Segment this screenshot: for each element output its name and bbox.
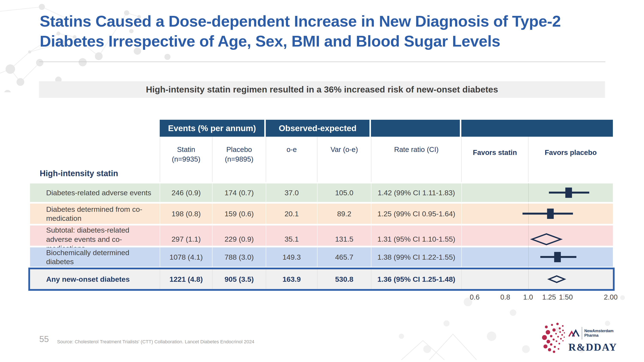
column-header-statin: Statin (n=9935) bbox=[160, 137, 212, 182]
cell-placebo: 788 (3.0) bbox=[212, 247, 266, 267]
key-message-text: High-intensity statin regimen resulted i… bbox=[146, 84, 498, 95]
logo-dot-cluster-icon bbox=[542, 321, 565, 354]
cell-var-oe: 530.8 bbox=[317, 269, 371, 289]
row-label: Any new-onset diabetes bbox=[30, 269, 160, 289]
group-header-observed-expected: Observed-expected bbox=[266, 120, 371, 137]
table-row: Biochemically determined diabetes 1078 (… bbox=[30, 247, 613, 267]
group-header-events: Events (% per annum) bbox=[160, 120, 266, 137]
total-row-highlight-box: Any new-onset diabetes 1221 (4.8) 905 (3… bbox=[28, 268, 614, 291]
forest-plot-cell bbox=[461, 247, 613, 267]
group-header-spacer-rate-ratio bbox=[371, 120, 461, 137]
title-divider bbox=[39, 62, 605, 62]
point-estimate-marker bbox=[566, 188, 572, 198]
table-row-total: Any new-onset diabetes 1221 (4.8) 905 (3… bbox=[30, 269, 613, 289]
company-logo: NewAmsterdam Pharma R&DDAY bbox=[542, 321, 617, 354]
table-column-header-row: High-intensity statin Statin (n=9935) Pl… bbox=[30, 137, 613, 182]
company-name-line2: Pharma bbox=[584, 333, 614, 338]
rate-ratio-axis: 0.60.81.01.251.502.00 bbox=[461, 293, 613, 303]
table-group-header-row: Events (% per annum) Observed-expected bbox=[30, 120, 613, 137]
table-row: Diabetes-related adverse events 246 (0.9… bbox=[30, 183, 613, 202]
point-estimate-marker bbox=[554, 252, 561, 262]
column-header-favors-placebo: Favors placebo bbox=[528, 137, 613, 182]
page-number: 55 bbox=[39, 334, 49, 344]
row-label: Diabetes determined from co-medication bbox=[30, 204, 160, 224]
cell-rate-ratio: 1.25 (99% CI 0.95-1.64) bbox=[371, 204, 461, 224]
column-header-rate-ratio: Rate ratio (CI) bbox=[371, 137, 461, 182]
point-estimate-marker bbox=[547, 209, 554, 219]
column-header-var-oe: Var (o-e) bbox=[317, 137, 371, 182]
cell-statin: 198 (0.8) bbox=[160, 204, 212, 224]
group-header-spacer-favors bbox=[461, 120, 613, 137]
slide: Statins Caused a Dose-dependent Increase… bbox=[0, 0, 644, 362]
company-name-line1: NewAmsterdam bbox=[584, 329, 614, 333]
column-header-placebo: Placebo (n=9895) bbox=[212, 137, 266, 182]
axis-tick-label: 1.50 bbox=[559, 293, 573, 301]
table-row: Diabetes determined from co-medication 1… bbox=[30, 204, 613, 224]
cell-var-oe: 105.0 bbox=[317, 183, 371, 202]
cell-statin: 1078 (4.1) bbox=[160, 247, 212, 267]
logo-mountain-mark-icon bbox=[568, 329, 580, 337]
cell-oe: 163.9 bbox=[266, 269, 317, 289]
table-row: Subtotal: diabetes-related adverse event… bbox=[30, 226, 613, 246]
axis-tick-label: 2.00 bbox=[604, 293, 618, 301]
slide-title: Statins Caused a Dose-dependent Increase… bbox=[40, 11, 624, 51]
cell-oe: 20.1 bbox=[266, 204, 317, 224]
results-table: Events (% per annum) Observed-expected H… bbox=[30, 120, 613, 291]
cell-var-oe: 465.7 bbox=[317, 247, 371, 267]
column-header-oe: o-e bbox=[266, 137, 317, 182]
axis-tick-label: 1.25 bbox=[542, 293, 556, 301]
summary-diamond-marker bbox=[531, 233, 562, 245]
key-message-banner: High-intensity statin regimen resulted i… bbox=[39, 81, 605, 98]
cell-rate-ratio: 1.36 (95% CI 1.25-1.48) bbox=[371, 269, 461, 289]
axis-tick-label: 0.8 bbox=[500, 293, 510, 301]
cell-placebo: 174 (0.7) bbox=[212, 183, 266, 202]
source-citation: Source: Cholesterol Treatment Trialists'… bbox=[57, 339, 254, 345]
logo-divider bbox=[582, 327, 582, 340]
cell-oe: 37.0 bbox=[266, 183, 317, 202]
row-label: Biochemically determined diabetes bbox=[30, 247, 160, 267]
axis-tick-label: 0.6 bbox=[470, 293, 480, 301]
cell-oe: 149.3 bbox=[266, 247, 317, 267]
axis-tick-label: 1.0 bbox=[523, 293, 533, 301]
cell-rate-ratio: 1.38 (99% CI 1.22-1.55) bbox=[371, 247, 461, 267]
forest-plot-cell bbox=[461, 183, 613, 202]
column-header-favors-statin: Favors statin bbox=[461, 137, 528, 182]
cell-placebo: 159 (0.6) bbox=[212, 204, 266, 224]
event-name: R&DDAY bbox=[568, 341, 617, 353]
summary-diamond-marker bbox=[548, 275, 565, 283]
row-label: Diabetes-related adverse events bbox=[30, 183, 160, 202]
cell-rate-ratio: 1.42 (99% CI 1.11-1.83) bbox=[371, 183, 461, 202]
cell-placebo: 905 (3.5) bbox=[212, 269, 266, 289]
cell-statin: 246 (0.9) bbox=[160, 183, 212, 202]
forest-plot-cell bbox=[461, 204, 613, 224]
cell-statin: 1221 (4.8) bbox=[160, 269, 212, 289]
company-name: NewAmsterdam Pharma bbox=[584, 329, 614, 338]
forest-plot-cell bbox=[461, 269, 613, 289]
cell-var-oe: 89.2 bbox=[317, 204, 371, 224]
section-label: High-intensity statin bbox=[40, 169, 118, 178]
